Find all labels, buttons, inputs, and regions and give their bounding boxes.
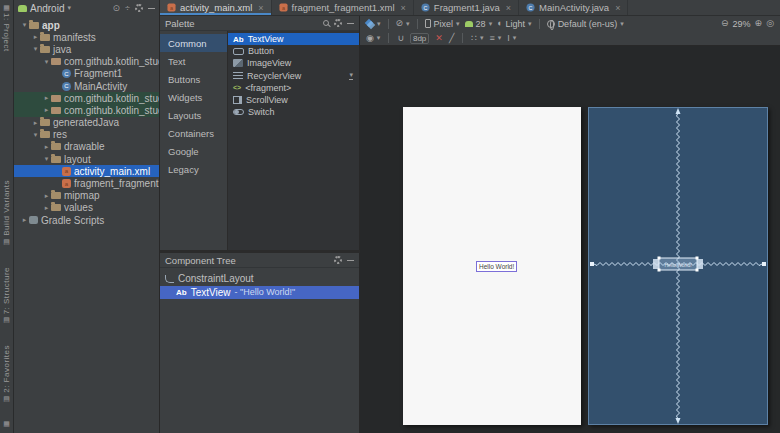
tree-row[interactable]: ▸ manifests <box>14 31 159 43</box>
grid-icon[interactable]: ▦ <box>3 420 10 427</box>
project-view-selector[interactable]: Android <box>30 3 64 14</box>
tab-close-icon[interactable]: × <box>401 3 406 13</box>
gear-icon[interactable] <box>334 256 342 264</box>
device-selector[interactable]: Pixel ▾ <box>425 19 460 29</box>
expand-arrow-icon[interactable]: ▸ <box>42 204 51 212</box>
tree-row[interactable]: ▾ app <box>14 19 159 31</box>
search-icon[interactable] <box>323 20 329 26</box>
tree-row[interactable]: ▾ layout <box>14 153 159 165</box>
textview-blueprint-widget: Hello World! <box>653 257 703 272</box>
align-button[interactable]: ≡ ▾ <box>490 34 502 43</box>
hide-panel-icon[interactable] <box>148 8 155 9</box>
zoom-to-fit-icon[interactable]: ◎ <box>766 19 774 28</box>
palette-category[interactable]: Containers <box>160 124 227 142</box>
expand-arrow-icon[interactable]: ▸ <box>42 94 51 102</box>
expand-arrow-icon[interactable]: ▸ <box>42 192 51 200</box>
gear-icon[interactable] <box>334 19 342 27</box>
download-icon[interactable]: ▾ <box>349 71 353 80</box>
blueprint-surface[interactable]: Hello World! <box>588 107 768 425</box>
palette-category[interactable]: Google <box>160 142 227 160</box>
textview-widget[interactable]: Hello World! <box>476 261 517 272</box>
expand-arrow-icon[interactable]: ▾ <box>42 155 51 163</box>
palette-category[interactable]: Common <box>160 34 227 52</box>
collapse-all-icon[interactable]: ÷ <box>125 4 130 13</box>
palette-item[interactable]: ScrollView ▾ <box>228 94 359 106</box>
expand-arrow-icon[interactable]: ▸ <box>42 143 51 151</box>
project-tool-window: Android ▾ ⊙ ÷ ▾ app ▸ manifests ▾ java ▾ <box>14 0 160 433</box>
orientation-selector[interactable]: ⊘ ▾ <box>396 19 410 28</box>
tree-row[interactable]: ▸ com.github.kotlin_studio.main_ac <box>14 104 159 116</box>
minimize-icon[interactable] <box>347 23 354 24</box>
expand-arrow-icon[interactable]: ▸ <box>31 33 40 41</box>
tool-window-button-project[interactable]: ▦ 1: Project <box>2 4 11 52</box>
editor-tab[interactable]: activity_main.xml × <box>160 0 272 15</box>
palette-item[interactable]: ImageView ▾ <box>228 57 359 69</box>
expand-arrow-icon[interactable]: ▾ <box>31 45 40 53</box>
tree-row[interactable]: fragment_fragment1.xml <box>14 177 159 189</box>
pack-button[interactable]: ∷ ▾ <box>471 34 483 43</box>
design-canvas[interactable]: Hello World! Hello World! <box>360 46 780 433</box>
minimize-icon[interactable] <box>347 260 354 261</box>
zoom-in-icon[interactable]: ⊕ <box>755 19 763 28</box>
tab-close-icon[interactable]: × <box>615 3 620 13</box>
zoom-out-icon[interactable]: ⊖ <box>721 19 729 28</box>
tree-row[interactable]: MainActivity <box>14 80 159 92</box>
palette-category[interactable]: Widgets <box>160 88 227 106</box>
tool-window-button[interactable]: ▤ 2: Favorites <box>2 345 11 402</box>
chevron-down-icon[interactable]: ▾ <box>67 4 71 12</box>
tree-row[interactable]: ▸ values <box>14 202 159 214</box>
tool-window-button[interactable]: ▤ Build Variants <box>2 180 11 245</box>
tab-close-icon[interactable]: × <box>258 3 263 13</box>
palette-item[interactable]: <fragment> ▾ <box>228 82 359 94</box>
api-level-selector[interactable]: 28 ▾ <box>465 19 493 29</box>
expand-arrow-icon[interactable]: ▸ <box>31 119 40 127</box>
tool-window-strip: ▦ 1: Project ▤ Build Variants ▤ 7: Struc… <box>0 0 14 433</box>
autoconnect-magnet-icon[interactable]: ∪ <box>397 34 404 43</box>
constraint-overlay: Hello World! <box>589 108 767 424</box>
palette-item[interactable]: TextView ▾ <box>228 33 359 45</box>
theme-selector[interactable]: ◐ Light ▾ <box>497 19 531 29</box>
palette-item[interactable]: Switch ▾ <box>228 106 359 118</box>
expand-arrow-icon[interactable]: ▸ <box>20 216 29 224</box>
fragment-icon <box>233 84 241 91</box>
component-tree-row[interactable]: TextView - "Hello World!" <box>160 286 359 300</box>
infer-constraints-icon[interactable]: ╱ <box>449 34 454 43</box>
design-surface-selector[interactable]: ▾ <box>366 20 381 28</box>
tree-row[interactable]: ▾ res <box>14 129 159 141</box>
design-toolbar: ▾ ⊘ ▾ Pixel ▾ 28 ▾ ◐ Light ▾ Default (en… <box>360 16 780 31</box>
expand-arrow-icon[interactable]: ▸ <box>42 106 51 114</box>
locate-file-icon[interactable]: ⊙ <box>113 4 121 13</box>
tree-row[interactable]: ▸ drawable <box>14 141 159 153</box>
expand-arrow-icon[interactable]: ▾ <box>42 58 51 66</box>
tree-row[interactable]: ▾ java <box>14 43 159 55</box>
default-margins-button[interactable]: 8dp <box>410 33 429 44</box>
tree-row[interactable]: activity_main.xml <box>14 165 159 177</box>
palette-category[interactable]: Text <box>160 52 227 70</box>
clear-constraints-icon[interactable]: ✕ <box>435 34 443 43</box>
palette-item[interactable]: Button ▾ <box>228 45 359 57</box>
gear-icon[interactable] <box>135 4 143 12</box>
component-tree-row[interactable]: ConstraintLayout <box>160 272 359 286</box>
design-surface[interactable]: Hello World! <box>403 107 581 425</box>
tree-row[interactable]: ▸ generatedJava <box>14 117 159 129</box>
locale-selector[interactable]: Default (en-us) ▾ <box>547 19 624 29</box>
tree-row[interactable]: ▸ mipmap <box>14 190 159 202</box>
tree-row[interactable]: ▸ com.github.kotlin_studio.main_ac <box>14 92 159 104</box>
editor-tab[interactable]: fragment_fragment1.xml × <box>272 0 414 15</box>
palette-item[interactable]: RecyclerView ▾ <box>228 70 359 82</box>
android-xml-icon <box>167 3 175 11</box>
tool-window-button[interactable]: ▤ 7: Structure <box>2 267 11 323</box>
palette-category[interactable]: Legacy <box>160 160 227 178</box>
palette-category[interactable]: Layouts <box>160 106 227 124</box>
expand-arrow-icon[interactable]: ▾ <box>20 21 29 29</box>
tree-row[interactable]: ▸ Gradle Scripts <box>14 214 159 226</box>
palette-category[interactable]: Buttons <box>160 70 227 88</box>
guidelines-button[interactable]: I ▾ <box>507 34 516 43</box>
view-options-button[interactable]: ◉ ▾ <box>366 34 380 43</box>
tree-row[interactable]: ▾ com.github.kotlin_studio.main_ac <box>14 56 159 68</box>
expand-arrow-icon[interactable]: ▾ <box>31 131 40 139</box>
tab-close-icon[interactable]: × <box>506 3 511 13</box>
tree-row[interactable]: Fragment1 <box>14 68 159 80</box>
editor-tab[interactable]: Fragment1.java × <box>414 0 519 15</box>
editor-tab[interactable]: MainActivity.java × <box>519 0 628 15</box>
